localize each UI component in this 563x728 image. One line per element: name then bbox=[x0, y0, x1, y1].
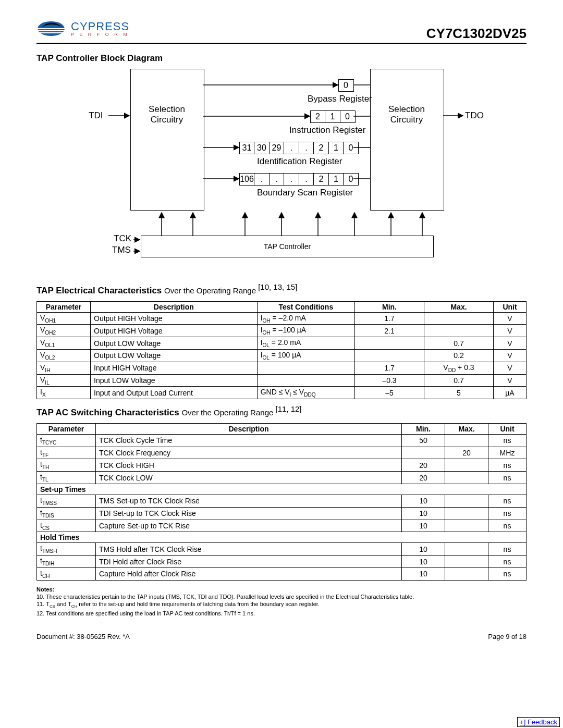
table-cell: Output HIGH Voltage bbox=[91, 312, 258, 325]
table-row: Hold Times bbox=[37, 532, 527, 543]
register-cell: 106 bbox=[239, 173, 255, 186]
register-cell: . bbox=[254, 173, 270, 186]
boundary-scan-register-cells: 106....210 bbox=[240, 173, 359, 186]
tdi-label: TDI bbox=[89, 110, 103, 121]
table-cell: TMS Hold after TCK Clock Rise bbox=[96, 543, 402, 556]
tap-elec-title: TAP Electrical Characteristics Over the … bbox=[36, 282, 527, 296]
table-header: Parameter bbox=[37, 423, 96, 434]
table-cell: 10 bbox=[402, 568, 445, 581]
table-header: Unit bbox=[488, 423, 527, 434]
table-row: VIHInput HIGH Voltage1.7VDD + 0.3V bbox=[37, 362, 527, 374]
page-header: CYPRESS P E R F O R M CY7C1302DV25 bbox=[36, 16, 527, 44]
table-cell: ns bbox=[488, 434, 527, 447]
table-header: Min. bbox=[402, 423, 445, 434]
register-cell: 31 bbox=[239, 142, 255, 154]
part-number: CY7C1302DV25 bbox=[426, 26, 527, 42]
table-cell: IOL = 2.0 mA bbox=[257, 337, 354, 350]
table-cell: ns bbox=[488, 556, 527, 568]
logo: CYPRESS P E R F O R M bbox=[36, 16, 129, 42]
table-cell: –5 bbox=[355, 387, 424, 399]
table-cell: GND ≤ VI ≤ VDDQ bbox=[257, 387, 354, 399]
table-cell: 10 bbox=[402, 507, 445, 520]
table-cell: ns bbox=[488, 543, 527, 556]
table-cell bbox=[445, 507, 488, 520]
table-cell: VOL1 bbox=[37, 337, 91, 350]
table-row: tTHTCK Clock HIGH20ns bbox=[37, 459, 527, 472]
table-section: Set-up Times bbox=[37, 484, 527, 495]
register-cell: 0 bbox=[343, 173, 359, 186]
table-cell: V bbox=[494, 350, 527, 362]
tap-ac-table: ParameterDescriptionMin.Max.UnittTCYCTCK… bbox=[36, 423, 527, 581]
table-cell bbox=[445, 556, 488, 568]
table-cell: tTMSS bbox=[37, 495, 96, 508]
diagram-title: TAP Controller Block Diagram bbox=[36, 53, 527, 64]
table-cell: 10 bbox=[402, 543, 445, 556]
cypress-logo-icon bbox=[36, 16, 68, 42]
table-cell bbox=[445, 459, 488, 472]
table-cell: TMS Set-up to TCK Clock Rise bbox=[96, 495, 402, 508]
register-cell: 2 bbox=[313, 142, 329, 154]
table-header: Unit bbox=[494, 301, 527, 312]
table-cell bbox=[402, 447, 445, 459]
table-cell: ns bbox=[488, 495, 527, 508]
tap-block-diagram: Selection Circuitry Selection Circuitry … bbox=[83, 69, 480, 267]
tms-label: TMS bbox=[112, 245, 131, 255]
svg-rect-3 bbox=[38, 32, 65, 33]
instruction-register-cells: 210 bbox=[311, 110, 356, 123]
table-cell: –0.3 bbox=[355, 374, 424, 387]
table-cell: Input and Output Load Current bbox=[91, 387, 258, 399]
table-cell bbox=[445, 472, 488, 484]
tdo-label: TDO bbox=[465, 110, 484, 121]
table-cell: ns bbox=[488, 520, 527, 532]
register-cell: 0 bbox=[340, 110, 356, 123]
table-row: tTLTCK Clock LOW20ns bbox=[37, 472, 527, 484]
brand-name: CYPRESS bbox=[71, 21, 129, 32]
brand-tagline: P E R F O R M bbox=[71, 32, 129, 37]
table-row: tTFTCK Clock Frequency20MHz bbox=[37, 447, 527, 459]
table-cell: TCK Clock LOW bbox=[96, 472, 402, 484]
register-cell: 2 bbox=[310, 110, 326, 123]
table-cell: Output LOW Voltage bbox=[91, 350, 258, 362]
table-cell: Input LOW Voltage bbox=[91, 374, 258, 387]
selection-box-left bbox=[130, 69, 204, 211]
table-row: VOH2Output HIGH VoltageIOH = –100 µA2.1V bbox=[37, 325, 527, 337]
table-cell: ns bbox=[488, 568, 527, 581]
register-cell: . bbox=[284, 173, 299, 186]
table-row: VOH1Output HIGH VoltageIOH = –2.0 mA1.7V bbox=[37, 312, 527, 325]
table-cell: tCS bbox=[37, 520, 96, 532]
table-cell: ns bbox=[488, 472, 527, 484]
table-cell: 1.7 bbox=[355, 312, 424, 325]
table-row: tTDIHTDI Hold after Clock Rise10ns bbox=[37, 556, 527, 568]
tck-label: TCK bbox=[114, 233, 131, 244]
table-row: tCHCapture Hold after Clock Rise10ns bbox=[37, 568, 527, 581]
register-cell: 0 bbox=[343, 142, 359, 154]
page-footer: Document #: 38-05625 Rev. *A Page 9 of 1… bbox=[36, 633, 527, 640]
table-cell: µA bbox=[494, 387, 527, 399]
table-section: Hold Times bbox=[37, 532, 527, 543]
table-cell: 0.7 bbox=[424, 374, 494, 387]
bypass-label: Bypass Register bbox=[308, 94, 372, 104]
table-cell bbox=[257, 362, 354, 374]
table-cell bbox=[257, 374, 354, 387]
table-cell: V bbox=[494, 362, 527, 374]
bypass-register-cells: 0 bbox=[339, 79, 354, 92]
table-cell: V bbox=[494, 312, 527, 325]
table-header: Max. bbox=[424, 301, 494, 312]
table-cell: TCK Clock HIGH bbox=[96, 459, 402, 472]
table-cell bbox=[445, 434, 488, 447]
table-cell bbox=[445, 520, 488, 532]
table-cell: Output LOW Voltage bbox=[91, 337, 258, 350]
table-cell: 0.2 bbox=[424, 350, 494, 362]
table-cell: 5 bbox=[424, 387, 494, 399]
table-cell: tTF bbox=[37, 447, 96, 459]
table-cell: V bbox=[494, 374, 527, 387]
register-cell: 0 bbox=[338, 79, 354, 92]
register-cell: . bbox=[269, 173, 285, 186]
table-cell: tTH bbox=[37, 459, 96, 472]
table-cell bbox=[445, 568, 488, 581]
table-cell bbox=[445, 495, 488, 508]
table-cell: VOH2 bbox=[37, 325, 91, 337]
table-cell: IOH = –2.0 mA bbox=[257, 312, 354, 325]
table-cell: tTDIH bbox=[37, 556, 96, 568]
table-cell: VOL2 bbox=[37, 350, 91, 362]
